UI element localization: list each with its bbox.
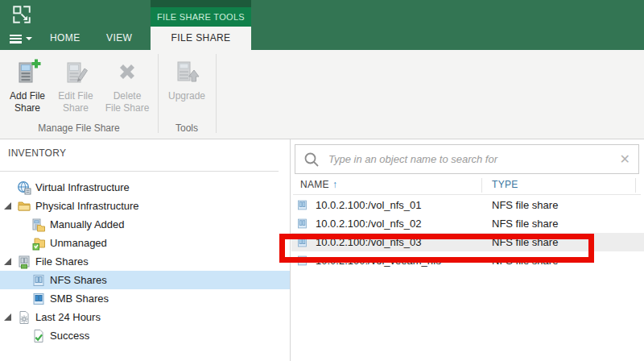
button-label: Share bbox=[52, 102, 100, 114]
file-shares-icon bbox=[17, 255, 31, 269]
column-separator bbox=[481, 178, 482, 193]
ribbon-group-separator bbox=[158, 54, 159, 133]
upgrade-icon bbox=[161, 52, 213, 90]
last-24-hours-icon bbox=[17, 310, 31, 325]
cell-type: NFS file share bbox=[492, 255, 558, 267]
cell-name: 10.0.2.100:/vol_veeam_nfs bbox=[316, 255, 492, 267]
button-label: Edit File bbox=[52, 90, 100, 102]
tree-item-label: File Shares bbox=[35, 255, 89, 268]
search-box: ✕ bbox=[295, 144, 639, 174]
table-row[interactable]: 10.0.2.100:/vol_nfs_01NFS file share bbox=[291, 196, 644, 214]
table-row[interactable]: 10.0.2.100:/vol_nfs_03NFS file share bbox=[291, 233, 644, 251]
contextual-tab-banner: FILE SHARE TOOLS bbox=[151, 7, 251, 27]
tree-item-nfs-shares[interactable]: NFS Shares bbox=[0, 271, 290, 289]
expander-spacer bbox=[19, 293, 31, 305]
tree-item-label: Manually Added bbox=[50, 218, 125, 230]
button-label: File Share bbox=[100, 102, 155, 114]
chevron-down-icon bbox=[26, 37, 32, 40]
expand-arrow-icon[interactable] bbox=[4, 311, 17, 324]
tree-item-label: Success bbox=[50, 330, 89, 342]
cell-name: 10.0.2.100:/vol_nfs_03 bbox=[316, 236, 492, 248]
inventory-panel-title: INVENTORY bbox=[8, 147, 66, 159]
expander-spacer bbox=[19, 237, 31, 250]
contextual-tab-label: FILE SHARE TOOLS bbox=[157, 12, 245, 22]
nfs-shares-icon bbox=[31, 273, 46, 288]
tree-item-label: SMB Shares bbox=[50, 293, 109, 305]
veeam-window: FILE SHARE TOOLS HOME VIEW FILE SHARE Ad bbox=[0, 0, 644, 361]
expander-spacer bbox=[19, 274, 31, 287]
manually-added-icon bbox=[31, 218, 46, 232]
table-row[interactable]: 10.0.2.100:/vol_veeam_nfsNFS file share bbox=[291, 251, 644, 270]
clear-search-icon[interactable]: ✕ bbox=[615, 153, 630, 166]
cell-name: 10.0.2.100:/vol_nfs_01 bbox=[316, 199, 492, 211]
tree-item-virtual-infrastructure[interactable]: Virtual Infrastructure bbox=[0, 178, 290, 197]
inventory-tree: Virtual InfrastructurePhysical Infrastru… bbox=[0, 178, 290, 345]
tree-item-label: Unmanaged bbox=[50, 237, 107, 249]
tree-item-label: Virtual Infrastructure bbox=[35, 181, 130, 193]
tree-item-manually-added[interactable]: Manually Added bbox=[0, 215, 290, 234]
button-label: Upgrade bbox=[161, 90, 213, 102]
tab-home[interactable]: HOME bbox=[42, 27, 89, 50]
inventory-panel: INVENTORY Virtual InfrastructurePhysical… bbox=[0, 139, 291, 361]
button-label: Add File bbox=[3, 90, 52, 102]
ribbon-group-separator bbox=[216, 54, 217, 133]
inventory-separator bbox=[0, 171, 279, 172]
edit-file-share-button[interactable]: Edit File Share bbox=[52, 52, 100, 114]
tree-item-label: Physical Infrastructure bbox=[35, 200, 139, 212]
tree-item-file-shares[interactable]: File Shares bbox=[0, 252, 290, 271]
edit-file-share-icon bbox=[52, 52, 100, 90]
cell-type: NFS file share bbox=[492, 199, 558, 211]
ribbon-group-tools: Tools bbox=[158, 122, 216, 134]
button-label: Share bbox=[3, 102, 52, 114]
smb-shares-icon bbox=[31, 292, 46, 306]
titlebar: FILE SHARE TOOLS HOME VIEW FILE SHARE bbox=[0, 0, 644, 50]
success-icon bbox=[31, 329, 46, 343]
unmanaged-icon bbox=[31, 236, 46, 251]
file-share-icon bbox=[296, 236, 308, 248]
cell-type: NFS file share bbox=[492, 236, 558, 248]
tree-item-label: Last 24 Hours bbox=[35, 311, 101, 323]
physical-infrastructure-icon bbox=[17, 199, 31, 214]
column-separator bbox=[635, 178, 636, 193]
tree-item-smb-shares[interactable]: SMB Shares bbox=[0, 289, 290, 308]
tab-file-share[interactable]: FILE SHARE bbox=[151, 27, 251, 50]
expander-spacer bbox=[4, 181, 17, 194]
search-input[interactable] bbox=[327, 152, 615, 166]
table-header-underline bbox=[293, 194, 641, 195]
file-share-list-panel: ✕ NAME↑ TYPE 10.0.2.100:/vol_nfs_01NFS f… bbox=[291, 139, 644, 361]
ribbon-group-manage-file-share: Manage File Share bbox=[0, 122, 158, 134]
table-row[interactable]: 10.0.2.100:/vol_nfs_02NFS file share bbox=[291, 214, 644, 233]
cell-name: 10.0.2.100:/vol_nfs_02 bbox=[316, 218, 492, 230]
search-icon bbox=[303, 151, 320, 168]
column-header-type[interactable]: TYPE bbox=[492, 179, 518, 190]
sort-ascending-icon: ↑ bbox=[332, 179, 337, 190]
tree-item-physical-infrastructure[interactable]: Physical Infrastructure bbox=[0, 197, 290, 215]
tree-item-unmanaged[interactable]: Unmanaged bbox=[0, 234, 290, 252]
ribbon: Add File Share Edit File Share bbox=[0, 50, 644, 139]
add-file-share-button[interactable]: Add File Share bbox=[3, 52, 52, 114]
file-share-icon bbox=[296, 255, 308, 267]
file-share-icon bbox=[296, 199, 308, 211]
tree-item-last-24-hours[interactable]: Last 24 Hours bbox=[0, 308, 290, 326]
button-label: Delete bbox=[100, 90, 155, 102]
upgrade-button[interactable]: Upgrade bbox=[161, 52, 213, 102]
expander-spacer bbox=[19, 218, 31, 231]
tree-item-label: NFS Shares bbox=[50, 274, 107, 286]
tree-item-success[interactable]: Success bbox=[0, 326, 290, 345]
expand-arrow-icon[interactable] bbox=[4, 255, 17, 268]
add-file-share-icon bbox=[3, 52, 52, 90]
contextual-tab-strip bbox=[151, 0, 251, 7]
file-share-icon bbox=[296, 218, 308, 230]
main-menu-button[interactable] bbox=[10, 31, 35, 46]
column-header-name[interactable]: NAME↑ bbox=[300, 179, 337, 190]
expander-spacer bbox=[19, 330, 31, 342]
virtual-infrastructure-icon bbox=[17, 180, 31, 195]
hamburger-icon bbox=[10, 35, 22, 44]
expand-arrow-icon[interactable] bbox=[4, 200, 17, 213]
main-area: INVENTORY Virtual InfrastructurePhysical… bbox=[0, 139, 644, 361]
table-header: NAME↑ TYPE bbox=[291, 177, 644, 194]
cell-type: NFS file share bbox=[492, 218, 558, 230]
delete-file-share-icon bbox=[100, 52, 155, 90]
delete-file-share-button[interactable]: Delete File Share bbox=[100, 52, 155, 114]
tab-view[interactable]: VIEW bbox=[98, 27, 140, 50]
